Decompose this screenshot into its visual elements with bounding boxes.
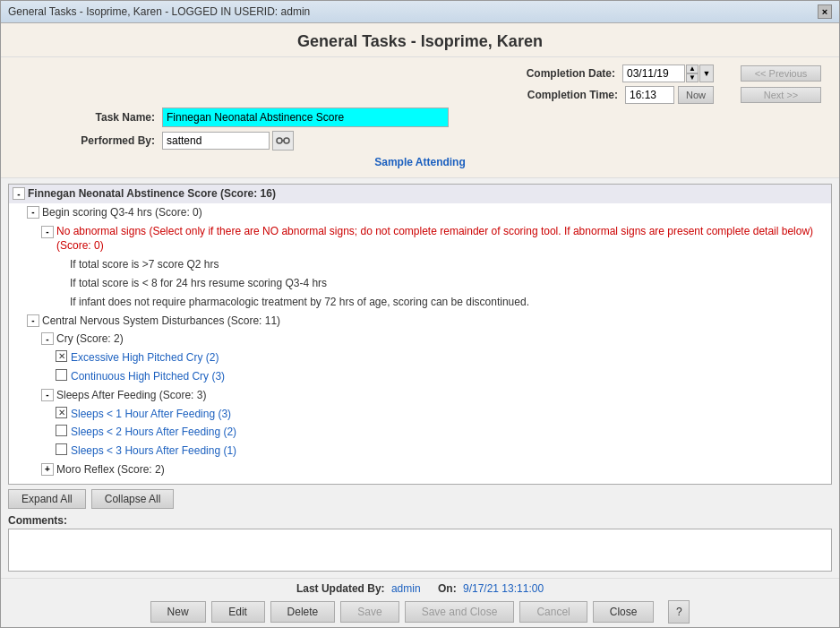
delete-button[interactable]: Delete (270, 601, 336, 623)
list-item: Sleeps < 1 Hour After Feeding (3) (9, 405, 831, 424)
window-close-button[interactable]: × (818, 4, 832, 19)
tree-root: - Finnegan Neonatal Abstinence Score (Sc… (9, 185, 831, 203)
expand-all-button[interactable]: Expand All (8, 489, 86, 509)
cns-label: Central Nervous System Disturbances (Sco… (42, 314, 280, 329)
list-item: Sleeps < 3 Hours After Feeding (1) (9, 442, 831, 460)
close-button[interactable]: Close (593, 601, 655, 623)
svg-point-0 (277, 138, 282, 143)
last-updated-by: admin (391, 582, 421, 595)
info-line-3: If infant does not require pharmacologic… (70, 295, 529, 310)
save-close-button[interactable]: Save and Close (405, 601, 515, 623)
list-item: + Moro Reflex (Score: 2) (9, 460, 831, 479)
root-expand-icon[interactable]: - (13, 187, 25, 200)
footer-button-row: New Edit Delete Save Save and Close Canc… (8, 600, 832, 624)
sleeps-1hr-checkbox[interactable] (56, 407, 67, 418)
cancel-button[interactable]: Cancel (519, 601, 587, 623)
sample-attending-label: Sample Attending (19, 154, 821, 170)
browse-button[interactable] (272, 131, 294, 151)
svg-point-1 (284, 138, 289, 143)
info-line-1: If total score is >7 score Q2 hrs (70, 257, 219, 272)
comments-label: Comments: (8, 514, 832, 527)
list-item: Continuous High Pitched Cry (3) (9, 367, 831, 386)
excessive-cry-label: Excessive High Pitched Cry (2) (71, 350, 219, 366)
page-header: General Tasks - Isoprime, Karen (1, 23, 839, 57)
performed-by-row: Performed By: (19, 131, 821, 151)
now-button[interactable]: Now (678, 86, 714, 104)
window-title: General Tasks - Isoprime, Karen - LOGGED… (8, 5, 310, 18)
cry-label: Cry (Score: 2) (56, 331, 124, 347)
task-name-label: Task Name: (19, 111, 162, 124)
begin-scoring-expand-icon[interactable]: - (27, 206, 39, 219)
date-spin-up[interactable]: ▲ (686, 65, 699, 73)
sleeps-expand-icon[interactable]: - (41, 389, 54, 401)
sleeps-2hr-label: Sleeps < 2 Hours After Feeding (2) (71, 425, 236, 440)
info-line-2: If total score is < 8 for 24 hrs resume … (70, 276, 327, 291)
last-updated-row: Last Updated By: admin On: 9/17/21 13:11… (8, 582, 832, 595)
new-button[interactable]: New (150, 601, 206, 623)
moro-expand-icon[interactable]: + (41, 463, 54, 476)
comments-input[interactable] (8, 529, 832, 572)
list-item: Sleeps < 2 Hours After Feeding (2) (9, 423, 831, 442)
binoculars-icon (276, 135, 290, 146)
completion-time-label: Completion Time: (482, 89, 625, 101)
date-dropdown-button[interactable]: ▼ (699, 65, 714, 82)
footer-section: Last Updated By: admin On: 9/17/21 13:11… (1, 578, 839, 627)
list-item: - Central Nervous System Disturbances (S… (9, 312, 831, 331)
date-spin-down[interactable]: ▼ (686, 73, 699, 82)
page-title: General Tasks - Isoprime, Karen (1, 32, 839, 51)
list-item: If infant does not require pharmacologic… (9, 293, 831, 312)
previous-button[interactable]: << Previous (741, 65, 821, 82)
continuous-cry-label: Continuous High Pitched Cry (3) (71, 369, 225, 384)
cry-expand-icon[interactable]: - (41, 332, 54, 345)
tree-panel[interactable]: - Finnegan Neonatal Abstinence Score (Sc… (8, 184, 832, 485)
list-item: - Sleeps After Feeding (Score: 3) (9, 386, 831, 405)
list-item: - No abnormal signs (Select only if ther… (9, 222, 831, 256)
continuous-cry-checkbox[interactable] (56, 369, 67, 381)
performed-by-label: Performed By: (19, 134, 162, 147)
sleeps-3hr-label: Sleeps < 3 Hours After Feeding (1) (71, 443, 236, 459)
list-item: - Begin scoring Q3-4 hrs (Score: 0) (9, 203, 831, 222)
completion-time-input[interactable] (625, 86, 674, 104)
begin-scoring-label: Begin scoring Q3-4 hrs (Score: 0) (42, 205, 202, 220)
moro-label: Moro Reflex (Score: 2) (56, 462, 165, 477)
task-name-input[interactable] (162, 108, 449, 127)
next-button[interactable]: Next >> (741, 87, 821, 103)
list-item: Excessive High Pitched Cry (2) (9, 348, 831, 367)
completion-date-label: Completion Date: (479, 67, 622, 80)
sleeps-1hr-label: Sleeps < 1 Hour After Feeding (3) (71, 407, 231, 422)
excessive-cry-checkbox[interactable] (56, 350, 67, 362)
root-label: Finnegan Neonatal Abstinence Score (Scor… (28, 186, 276, 202)
title-bar: General Tasks - Isoprime, Karen - LOGGED… (1, 1, 839, 23)
cns-expand-icon[interactable]: - (27, 314, 39, 327)
sleeps-3hr-checkbox[interactable] (56, 443, 67, 455)
main-content: - Finnegan Neonatal Abstinence Score (Sc… (1, 178, 839, 578)
performed-by-input[interactable] (162, 132, 270, 150)
date-spinner: ▲ ▼ (686, 65, 699, 82)
on-label: On: (438, 582, 457, 595)
main-window: General Tasks - Isoprime, Karen - LOGGED… (0, 0, 840, 628)
completion-date-row: Completion Date: ▲ ▼ ▼ << Previous (19, 65, 821, 82)
no-abnormal-expand-icon[interactable]: - (41, 226, 54, 238)
completion-date-input[interactable] (622, 65, 685, 82)
expand-collapse-row: Expand All Collapse All (8, 489, 832, 509)
collapse-all-button[interactable]: Collapse All (91, 489, 175, 509)
sleeps-2hr-checkbox[interactable] (56, 425, 67, 436)
no-abnormal-label: No abnormal signs (Select only if there … (56, 224, 827, 254)
help-button[interactable]: ? (668, 600, 690, 624)
completion-time-row: Completion Time: Now Next >> (19, 86, 821, 104)
list-item: If total score is < 8 for 24 hrs resume … (9, 274, 831, 293)
edit-button[interactable]: Edit (211, 601, 265, 623)
list-item: If total score is >7 score Q2 hrs (9, 255, 831, 274)
list-item: - Cry (Score: 2) (9, 330, 831, 348)
form-section: Completion Date: ▲ ▼ ▼ << Previous Compl… (1, 57, 839, 178)
sleeps-label: Sleeps After Feeding (Score: 3) (56, 388, 206, 403)
on-value: 9/17/21 13:11:00 (463, 582, 544, 595)
content-area: General Tasks - Isoprime, Karen Completi… (1, 23, 839, 627)
task-name-row: Task Name: (19, 108, 821, 127)
save-button[interactable]: Save (340, 601, 399, 623)
comments-section: Comments: (8, 514, 832, 574)
last-updated-label: Last Updated By: (296, 582, 385, 595)
